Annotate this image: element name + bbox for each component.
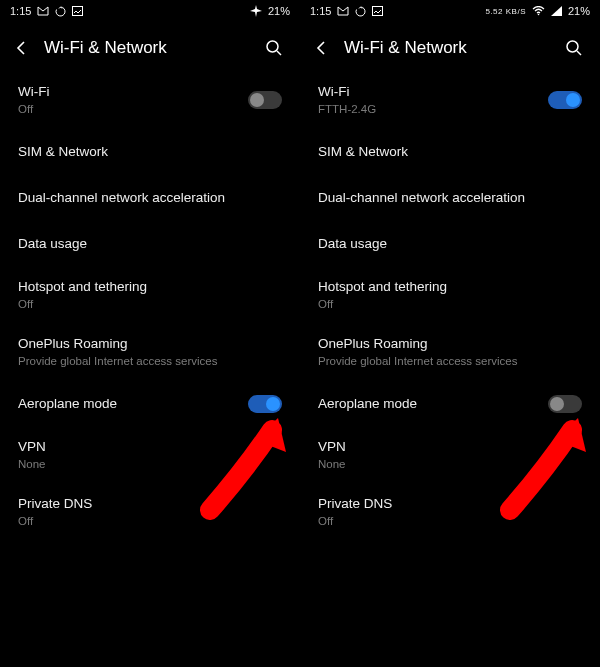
row-label: Wi-Fi (318, 84, 376, 100)
row-vpn[interactable]: VPNNone (0, 427, 300, 484)
status-time: 1:15 (10, 5, 31, 17)
row-wifi[interactable]: Wi-FiFTTH-2.4G (300, 72, 600, 129)
row-label: Dual-channel network acceleration (318, 190, 525, 206)
row-sub: FTTH-2.4G (318, 103, 376, 117)
battery-percent: 21% (568, 5, 590, 17)
settings-screen-right: 1:15 5.52 KB/S 21% Wi-Fi & Network Wi-Fi… (300, 0, 600, 667)
row-private-dns[interactable]: Private DNSOff (0, 484, 300, 541)
search-button[interactable] (562, 39, 586, 57)
row-label: Dual-channel network acceleration (18, 190, 225, 206)
row-vpn[interactable]: VPNNone (300, 427, 600, 484)
row-dual-channel[interactable]: Dual-channel network acceleration (0, 175, 300, 221)
row-sub: None (318, 458, 346, 472)
row-label: SIM & Network (318, 144, 408, 160)
back-button[interactable] (314, 40, 332, 56)
row-sub: Off (18, 298, 147, 312)
row-label: Aeroplane mode (18, 396, 117, 412)
page-title: Wi-Fi & Network (344, 38, 550, 58)
row-label: Aeroplane mode (318, 396, 417, 412)
wifi-icon (532, 6, 545, 16)
row-sim[interactable]: SIM & Network (300, 129, 600, 175)
page-header: Wi-Fi & Network (300, 22, 600, 66)
row-sub: Provide global Internet access services (318, 355, 517, 369)
aeroplane-toggle[interactable] (548, 395, 582, 413)
image-icon (72, 6, 83, 16)
settings-list: Wi-FiOff SIM & Network Dual-channel netw… (0, 66, 300, 547)
row-label: SIM & Network (18, 144, 108, 160)
page-title: Wi-Fi & Network (44, 38, 250, 58)
svg-point-4 (567, 41, 578, 52)
row-dual-channel[interactable]: Dual-channel network acceleration (300, 175, 600, 221)
row-label: VPN (18, 439, 46, 455)
search-icon (265, 39, 283, 57)
status-left: 1:15 (10, 5, 83, 17)
image-icon (372, 6, 383, 16)
row-wifi[interactable]: Wi-FiOff (0, 72, 300, 129)
row-label: Hotspot and tethering (318, 279, 447, 295)
net-speed: 5.52 KB/S (485, 7, 526, 16)
airplane-icon (250, 5, 262, 17)
row-sim[interactable]: SIM & Network (0, 129, 300, 175)
gmail-icon (37, 6, 49, 16)
settings-list: Wi-FiFTTH-2.4G SIM & Network Dual-channe… (300, 66, 600, 547)
back-button[interactable] (14, 40, 32, 56)
search-button[interactable] (262, 39, 286, 57)
row-sub: None (18, 458, 46, 472)
sync-icon (55, 6, 66, 17)
row-label: Private DNS (18, 496, 92, 512)
row-private-dns[interactable]: Private DNSOff (300, 484, 600, 541)
status-bar: 1:15 5.52 KB/S 21% (300, 0, 600, 22)
sync-icon (355, 6, 366, 17)
status-right: 21% (250, 5, 290, 17)
settings-screen-left: 1:15 21% Wi-Fi & Network Wi-FiOff SIM & … (0, 0, 300, 667)
toggle-knob (250, 93, 264, 107)
status-right: 5.52 KB/S 21% (485, 5, 590, 17)
svg-rect-0 (73, 7, 83, 16)
status-time: 1:15 (310, 5, 331, 17)
signal-icon (551, 6, 562, 16)
svg-point-3 (538, 14, 540, 16)
row-sub: Off (18, 515, 92, 529)
row-label: OnePlus Roaming (318, 336, 517, 352)
wifi-toggle[interactable] (548, 91, 582, 109)
toggle-knob (550, 397, 564, 411)
page-header: Wi-Fi & Network (0, 22, 300, 66)
toggle-knob (266, 397, 280, 411)
row-hotspot[interactable]: Hotspot and tetheringOff (0, 267, 300, 324)
row-sub: Off (18, 103, 49, 117)
chevron-left-icon (14, 40, 30, 56)
aeroplane-toggle[interactable] (248, 395, 282, 413)
gmail-icon (337, 6, 349, 16)
row-roaming[interactable]: OnePlus RoamingProvide global Internet a… (300, 324, 600, 381)
row-label: Private DNS (318, 496, 392, 512)
row-label: Data usage (318, 236, 387, 252)
row-label: Hotspot and tethering (18, 279, 147, 295)
wifi-toggle[interactable] (248, 91, 282, 109)
row-label: OnePlus Roaming (18, 336, 217, 352)
row-sub: Off (318, 298, 447, 312)
row-label: Data usage (18, 236, 87, 252)
row-aeroplane[interactable]: Aeroplane mode (0, 381, 300, 427)
row-sub: Provide global Internet access services (18, 355, 217, 369)
row-data-usage[interactable]: Data usage (0, 221, 300, 267)
battery-percent: 21% (268, 5, 290, 17)
status-bar: 1:15 21% (0, 0, 300, 22)
row-label: VPN (318, 439, 346, 455)
chevron-left-icon (314, 40, 330, 56)
svg-point-1 (267, 41, 278, 52)
row-label: Wi-Fi (18, 84, 49, 100)
row-data-usage[interactable]: Data usage (300, 221, 600, 267)
row-hotspot[interactable]: Hotspot and tetheringOff (300, 267, 600, 324)
search-icon (565, 39, 583, 57)
row-aeroplane[interactable]: Aeroplane mode (300, 381, 600, 427)
svg-rect-2 (373, 7, 383, 16)
row-roaming[interactable]: OnePlus RoamingProvide global Internet a… (0, 324, 300, 381)
status-left: 1:15 (310, 5, 383, 17)
toggle-knob (566, 93, 580, 107)
row-sub: Off (318, 515, 392, 529)
